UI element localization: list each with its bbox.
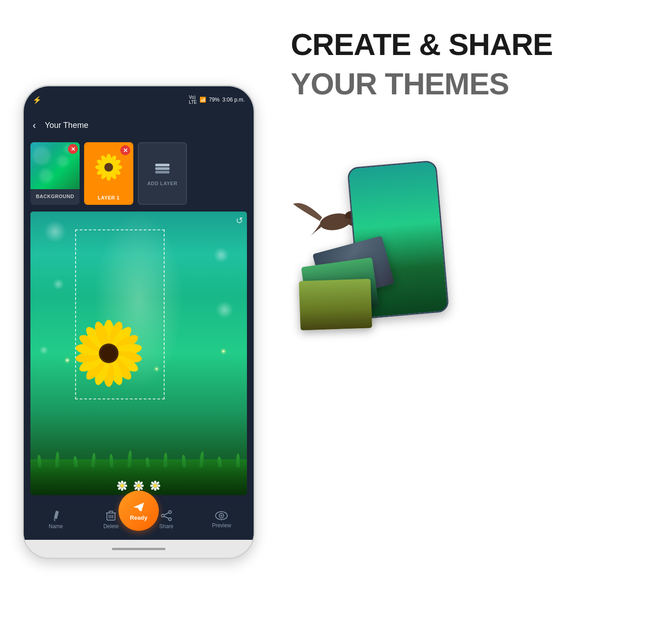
svg-rect-63 bbox=[54, 511, 59, 519]
svg-point-35 bbox=[101, 345, 117, 361]
canvas-bokeh-1 bbox=[44, 220, 66, 243]
grass-blade bbox=[110, 454, 114, 467]
eye-icon bbox=[215, 511, 228, 521]
layer-background-label: BACKGROUND bbox=[30, 189, 80, 203]
bokeh-3 bbox=[39, 169, 53, 182]
svg-point-55 bbox=[154, 481, 156, 484]
grass-blade bbox=[37, 455, 42, 468]
home-indicator bbox=[112, 548, 166, 550]
status-left: ⚡ bbox=[33, 96, 42, 104]
canvas-bokeh-4 bbox=[216, 301, 234, 319]
headline-line2: YOUR THEMES bbox=[291, 66, 653, 101]
svg-point-75 bbox=[169, 518, 171, 521]
svg-point-54 bbox=[153, 484, 157, 487]
canvas-area[interactable]: ↺ bbox=[30, 212, 247, 495]
add-layer-content: ADD LAYER bbox=[147, 161, 178, 186]
wifi-icon: 📶 bbox=[200, 97, 206, 103]
svg-point-12 bbox=[104, 163, 113, 172]
share-label: Share bbox=[159, 523, 174, 530]
svg-point-45 bbox=[137, 484, 140, 487]
name-label: Name bbox=[49, 523, 63, 530]
svg-point-52 bbox=[134, 485, 137, 487]
svg-point-73 bbox=[161, 514, 164, 517]
trash-icon bbox=[106, 510, 116, 521]
canvas-bokeh-5 bbox=[39, 346, 48, 355]
send-icon bbox=[132, 501, 145, 513]
bottom-toolbar: Name Delete bbox=[24, 500, 254, 540]
grass-blade bbox=[164, 453, 168, 467]
nav-title: Your Theme bbox=[45, 121, 88, 130]
time-text: 3:06 p.m. bbox=[222, 97, 245, 103]
add-layer-label: ADD LAYER bbox=[147, 181, 178, 186]
photo-card-3 bbox=[299, 279, 372, 331]
headline-line1: CREATE & SHARE bbox=[291, 27, 653, 62]
svg-rect-15 bbox=[155, 164, 170, 166]
canvas-reset-button[interactable]: ↺ bbox=[236, 215, 243, 226]
grass-blade bbox=[73, 456, 78, 468]
grass-blades bbox=[30, 450, 247, 467]
status-lte: Vo)LTE bbox=[189, 95, 197, 105]
flower-thumbnail-svg bbox=[93, 152, 124, 183]
sparkle-3 bbox=[222, 350, 225, 352]
canvas-bokeh-2 bbox=[213, 247, 229, 263]
phone-screen: ‹ Your Theme ✕ BACKGROUND bbox=[24, 113, 254, 540]
svg-point-59 bbox=[154, 487, 156, 491]
canvas-background: ↺ bbox=[30, 212, 247, 495]
phone-collage-illustration bbox=[291, 155, 461, 325]
grass-blade bbox=[200, 451, 204, 468]
layers-row: ✕ BACKGROUND ✕ bbox=[24, 138, 254, 209]
svg-point-46 bbox=[137, 481, 140, 484]
status-bar: ⚡ Vo)LTE 📶 79% 3:06 p.m. bbox=[24, 86, 254, 113]
svg-point-37 bbox=[121, 481, 123, 484]
flash-icon: ⚡ bbox=[33, 96, 42, 104]
svg-rect-67 bbox=[109, 511, 113, 513]
grass-blade bbox=[127, 450, 132, 467]
grass-blade bbox=[217, 457, 222, 468]
grass-strip bbox=[30, 459, 247, 495]
name-button[interactable]: Name bbox=[42, 510, 69, 530]
ready-label: Ready bbox=[130, 514, 147, 521]
svg-line-77 bbox=[164, 517, 169, 519]
back-button[interactable]: ‹ bbox=[33, 120, 36, 131]
layer1-label: LAYER 1 bbox=[85, 191, 132, 205]
battery-text: 79% bbox=[209, 97, 220, 103]
daisy-2 bbox=[134, 481, 144, 491]
svg-point-36 bbox=[120, 484, 124, 487]
layer-card-background[interactable]: ✕ BACKGROUND bbox=[30, 142, 80, 205]
preview-label: Preview bbox=[212, 522, 231, 529]
grass-blade bbox=[55, 452, 60, 467]
svg-rect-13 bbox=[155, 171, 170, 174]
grass-blade bbox=[145, 458, 150, 468]
daisy-3 bbox=[150, 481, 160, 491]
svg-point-41 bbox=[121, 487, 123, 491]
nav-bar: ‹ Your Theme bbox=[24, 113, 254, 138]
close-background-button[interactable]: ✕ bbox=[68, 144, 78, 154]
headline-block: CREATE & SHARE YOUR THEMES bbox=[291, 27, 653, 101]
layers-stack-icon bbox=[153, 161, 172, 177]
phone-frame: ⚡ Vo)LTE 📶 79% 3:06 p.m. ‹ Your Theme ✕ bbox=[22, 85, 255, 559]
daisy-1 bbox=[117, 481, 127, 491]
canvas-flower-svg bbox=[75, 320, 142, 387]
grass-blade bbox=[91, 453, 96, 468]
svg-point-57 bbox=[157, 485, 160, 487]
ready-fab-button[interactable]: Ready bbox=[119, 491, 159, 531]
svg-rect-14 bbox=[155, 167, 170, 170]
svg-point-39 bbox=[124, 485, 127, 487]
close-layer1-button[interactable]: ✕ bbox=[120, 145, 130, 155]
svg-point-50 bbox=[137, 487, 140, 491]
delete-label: Delete bbox=[103, 523, 119, 530]
layer-card-add[interactable]: ADD LAYER bbox=[138, 142, 187, 205]
phone-container: ⚡ Vo)LTE 📶 79% 3:06 p.m. ‹ Your Theme ✕ bbox=[13, 13, 264, 631]
share-icon bbox=[161, 510, 172, 521]
home-bar bbox=[24, 540, 254, 558]
bokeh-2 bbox=[57, 156, 68, 167]
grass-blade bbox=[182, 455, 186, 467]
preview-button[interactable]: Preview bbox=[208, 511, 235, 529]
pencil-icon bbox=[50, 510, 62, 521]
sparkle-1 bbox=[66, 359, 68, 361]
canvas-flower bbox=[75, 320, 142, 387]
svg-point-43 bbox=[117, 485, 120, 487]
svg-point-74 bbox=[169, 511, 171, 513]
layer-card-layer1[interactable]: ✕ bbox=[84, 142, 133, 205]
canvas-bokeh-3 bbox=[53, 279, 64, 290]
